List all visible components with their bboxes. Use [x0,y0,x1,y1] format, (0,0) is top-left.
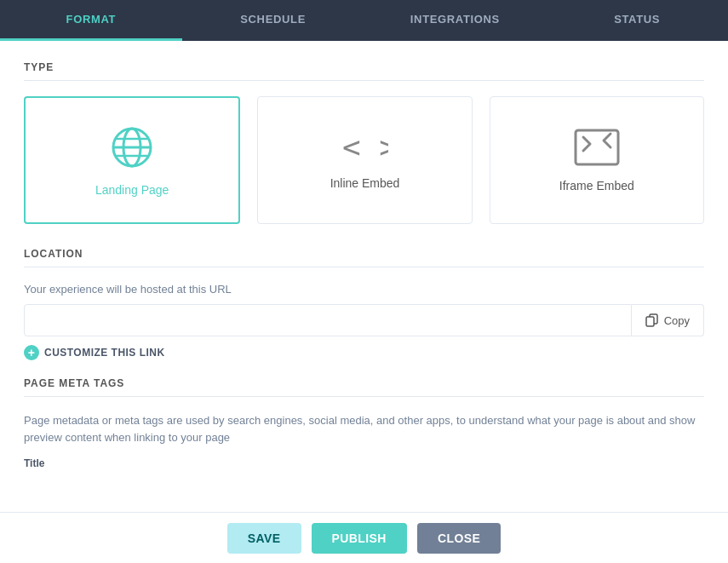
save-button[interactable]: SAVE [227,523,301,554]
card-iframe-label: Iframe Embed [559,179,634,192]
card-landing-page[interactable]: Landing Page [24,96,240,224]
main-content: TYPE Landing Page < > Inline [0,41,728,512]
copy-icon [645,313,659,327]
svg-rect-8 [646,317,654,326]
location-section: LOCATION Your experience will be hosted … [24,248,704,360]
globe-icon [108,124,156,171]
meta-section-header: PAGE META TAGS [24,377,704,397]
location-description: Your experience will be hosted at this U… [24,283,704,296]
card-landing-label: Landing Page [95,183,169,197]
tab-format[interactable]: FORMAT [0,0,182,41]
svg-text:< >: < > [342,130,388,164]
customize-plus-icon: + [24,345,39,360]
bottom-bar: SAVE PUBLISH CLOSE [0,512,728,563]
close-button[interactable]: CLOSE [417,523,501,554]
url-input[interactable] [24,304,632,336]
tab-schedule[interactable]: SCHEDULE [182,0,364,41]
tab-integrations[interactable]: INTEGRATIONS [364,0,547,41]
copy-button[interactable]: Copy [632,304,704,336]
meta-description: Page metadata or meta tags are used by s… [24,412,704,445]
type-cards: Landing Page < > Inline Embed Iframe Emb… [24,96,704,224]
customize-link[interactable]: + CUSTOMIZE THIS LINK [24,345,704,360]
type-section-header: TYPE [24,61,704,81]
url-row: Copy [24,304,704,336]
title-field-label: Title [24,457,704,469]
location-section-header: LOCATION [24,248,704,267]
publish-button[interactable]: PUBLISH [312,523,407,554]
frame-icon [573,128,621,167]
card-inline-label: Inline Embed [330,176,400,190]
meta-section: PAGE META TAGS Page metadata or meta tag… [24,377,704,469]
top-nav: FORMAT SCHEDULE INTEGRATIONS STATUS [0,0,728,41]
tab-status[interactable]: STATUS [546,0,728,41]
code-icon: < > [341,130,388,164]
card-iframe-embed[interactable]: Iframe Embed [490,96,704,224]
card-inline-embed[interactable]: < > Inline Embed [257,96,472,224]
